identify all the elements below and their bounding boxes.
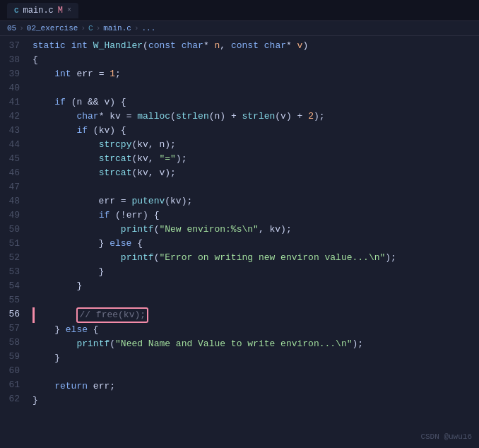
close-tab-button[interactable]: × <box>67 6 71 14</box>
code-line-52: printf("Error on writing new environ val… <box>32 251 479 265</box>
code-line-51: } else { <box>32 237 479 251</box>
code-line-46: strcat(kv, v); <box>32 166 479 180</box>
watermark: CSDN @uwu16 <box>420 432 472 441</box>
code-line-38: { <box>32 53 479 67</box>
tab-filename: main.c <box>23 6 54 16</box>
code-line-59: } <box>32 351 479 365</box>
code-line-49: if (!err) { <box>32 208 479 223</box>
code-line-53: } <box>32 265 479 279</box>
modified-indicator: M <box>58 6 63 16</box>
code-line-41: if (n && v) { <box>32 95 479 110</box>
c-file-icon: C <box>14 6 19 15</box>
code-line-54: } <box>32 279 479 293</box>
code-line-43: if (kv) { <box>32 124 479 138</box>
code-line-48: err = putenv(kv); <box>32 194 479 208</box>
code-line-62: } <box>32 394 479 408</box>
boxed-comment: // free(kv); <box>76 307 148 323</box>
line-numbers: 37 38 39 40 41 42 43 44 45 46 47 48 49 5… <box>0 36 27 444</box>
code-line-45: strcat(kv, "="); <box>32 152 479 166</box>
code-line-50: printf("New environ:%s\n", kv); <box>32 223 479 237</box>
code-content: static int W_Handler(const char* n, cons… <box>27 36 479 444</box>
code-line-39: int err = 1; <box>32 67 479 81</box>
code-line-61: return err; <box>32 379 479 394</box>
code-line-60 <box>32 365 479 379</box>
code-line-56: // free(kv); <box>32 307 479 323</box>
code-line-44: strcpy(kv, n); <box>32 138 479 152</box>
code-line-37: static int W_Handler(const char* n, cons… <box>32 39 479 53</box>
code-line-57: } else { <box>32 323 479 337</box>
code-area: 37 38 39 40 41 42 43 44 45 46 47 48 49 5… <box>0 36 479 444</box>
code-line-47 <box>32 180 479 194</box>
file-tab[interactable]: C main.c M × <box>7 3 78 18</box>
title-bar: C main.c M × <box>0 0 479 21</box>
code-line-55 <box>32 293 479 307</box>
code-line-42: char* kv = malloc(strlen(n) + strlen(v) … <box>32 110 479 124</box>
code-line-40 <box>32 81 479 95</box>
code-line-58: printf("Need Name and Value to write env… <box>32 337 479 351</box>
breadcrumb: 05 › 02_exercise › C › main.c › ... <box>0 21 479 36</box>
